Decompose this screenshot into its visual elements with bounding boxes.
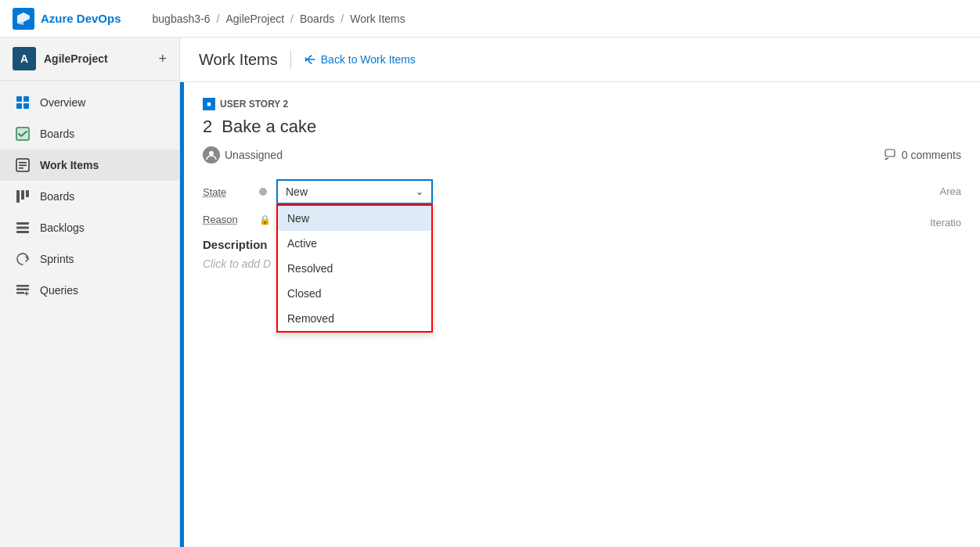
svg-rect-2 (23, 96, 29, 102)
dropdown-arrow-icon: ⌄ (416, 186, 423, 197)
lock-icon: 🔒 (259, 214, 271, 225)
svg-rect-1 (16, 96, 22, 102)
svg-point-20 (209, 151, 214, 156)
work-item-title-row: 2 Bake a cake (203, 117, 961, 137)
logo-text: Azure DevOps (41, 12, 121, 25)
back-to-work-items-button[interactable]: Back to Work Items (304, 53, 416, 66)
sidebar-item-boards-main[interactable]: Boards (0, 118, 179, 149)
svg-rect-18 (16, 289, 29, 291)
work-item-detail: ■ USER STORY 2 2 Bake a cake (180, 82, 980, 547)
azure-devops-icon (13, 8, 34, 30)
sidebar-item-work-items[interactable]: Work Items (0, 149, 179, 181)
backlogs-icon (15, 220, 31, 236)
sidebar-item-queries[interactable]: Queries (0, 275, 179, 306)
state-dropdown: New Active Resolved Closed Removed (276, 204, 433, 333)
breadcrumb-org[interactable]: AgileProject (225, 13, 284, 25)
assigned-to[interactable]: Unassigned (203, 146, 283, 164)
state-selected-value: New (286, 185, 308, 198)
logo[interactable]: Azure DevOps (13, 8, 121, 30)
back-label: Back to Work Items (321, 53, 416, 66)
sidebar-item-boards[interactable]: Boards (0, 181, 179, 212)
assigned-avatar (203, 146, 220, 164)
work-items-title: Work Items (199, 51, 278, 69)
user-story-icon: ■ (203, 98, 215, 110)
breadcrumb-sep2: / (290, 13, 294, 25)
svg-rect-14 (16, 222, 29, 225)
work-item-title[interactable]: Bake a cake (222, 117, 316, 137)
breadcrumb-project[interactable]: bugbash3-6 (153, 13, 211, 25)
work-item-type-text: USER STORY 2 (220, 99, 288, 110)
dropdown-option-closed[interactable]: Closed (278, 281, 431, 306)
svg-rect-15 (16, 227, 29, 229)
overview-icon (15, 95, 31, 110)
dropdown-option-new[interactable]: New (278, 206, 431, 231)
sidebar-item-overview[interactable]: Overview (0, 87, 179, 118)
main-content: Work Items Back to Work Items ■ USER STO… (180, 38, 980, 547)
sidebar-item-label-work-items: Work Items (40, 159, 99, 171)
svg-rect-9 (19, 165, 27, 167)
svg-rect-4 (23, 103, 29, 109)
state-dot (259, 188, 267, 196)
dropdown-option-resolved[interactable]: Resolved (278, 256, 431, 281)
sidebar-item-label-boards: Boards (40, 190, 74, 203)
breadcrumb: bugbash3-6 / AgileProject / Boards / Wor… (153, 13, 405, 25)
work-item-id: 2 (203, 117, 212, 137)
queries-icon (15, 282, 31, 298)
breadcrumb-page[interactable]: Work Items (350, 13, 405, 25)
project-avatar: A (13, 47, 36, 70)
state-select[interactable]: New ⌄ (276, 179, 433, 204)
add-project-button[interactable]: + (158, 51, 167, 67)
dropdown-option-removed[interactable]: Removed (278, 306, 431, 331)
svg-rect-16 (16, 231, 29, 233)
comments-count[interactable]: 0 comments (885, 149, 961, 161)
work-item-type-label: ■ USER STORY 2 (203, 98, 961, 110)
layout: A AgileProject + Overview (0, 38, 980, 547)
sidebar-item-backlogs[interactable]: Backlogs (0, 212, 179, 243)
breadcrumb-sep1: / (217, 13, 220, 25)
sprints-icon (15, 251, 31, 267)
breadcrumb-sep3: / (340, 13, 344, 25)
boards-icon (15, 189, 31, 204)
svg-rect-10 (19, 167, 23, 169)
svg-rect-3 (16, 103, 22, 109)
svg-rect-12 (21, 190, 24, 200)
svg-rect-8 (19, 162, 27, 164)
sidebar-nav: Overview Boards (0, 81, 179, 312)
state-row: State New ⌄ New Active Resolved Closed R… (203, 179, 961, 204)
topbar: Azure DevOps bugbash3-6 / AgileProject /… (0, 0, 980, 38)
back-icon (304, 53, 316, 66)
project-name: AgileProject (44, 52, 150, 65)
sidebar-item-label-boards-main: Boards (40, 128, 74, 140)
svg-rect-11 (16, 190, 20, 203)
sidebar-item-label-sprints: Sprints (40, 253, 74, 265)
work-items-header: Work Items Back to Work Items (180, 38, 980, 82)
work-item-content: ■ USER STORY 2 2 Bake a cake (184, 82, 980, 547)
area-label: Area (940, 179, 961, 197)
sidebar-item-label-overview: Overview (40, 96, 85, 109)
svg-rect-17 (16, 285, 29, 287)
boards-main-icon (15, 126, 31, 142)
svg-rect-13 (26, 190, 29, 197)
description-placeholder[interactable]: Click to add D (203, 257, 271, 270)
sidebar-item-sprints[interactable]: Sprints (0, 243, 179, 275)
state-label: State (203, 186, 250, 198)
workitems-icon (15, 157, 31, 173)
breadcrumb-section[interactable]: Boards (300, 13, 334, 25)
svg-rect-21 (885, 149, 895, 157)
sidebar: A AgileProject + Overview (0, 38, 180, 547)
dropdown-option-active[interactable]: Active (278, 231, 431, 256)
iteration-label: Iteratio (930, 211, 961, 229)
reason-label: Reason (203, 214, 250, 225)
assigned-label: Unassigned (225, 149, 283, 161)
header-divider (290, 50, 291, 69)
sidebar-item-label-backlogs: Backlogs (40, 221, 85, 234)
svg-rect-19 (16, 292, 24, 294)
sidebar-item-label-queries: Queries (40, 284, 78, 297)
state-dropdown-wrapper: New ⌄ New Active Resolved Closed Removed (276, 179, 433, 204)
comments-label: 0 comments (902, 149, 961, 161)
comments-icon (885, 149, 897, 161)
work-item-meta: Unassigned 0 comments (203, 146, 961, 164)
sidebar-project: A AgileProject + (0, 38, 179, 81)
